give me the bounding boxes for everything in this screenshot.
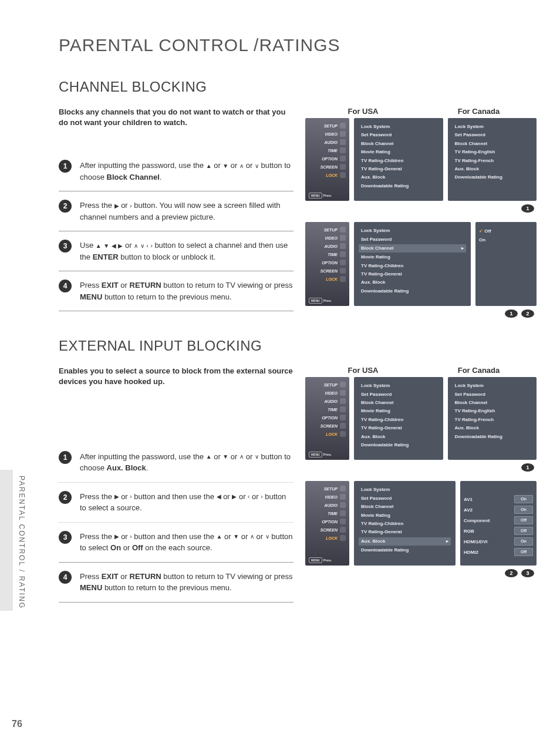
down-arrow-icon: ▼ [222,163,228,169]
p: Downloadable Rating [359,287,466,295]
t: After inputting the password, use the [80,452,206,461]
t: or [119,201,130,210]
p: TV Rating-General [359,528,451,536]
refs-12: 1 2 [305,309,534,318]
section-title-channel-blocking: CHANNEL BLOCKING [59,79,537,95]
step-bullet-1: 1 [59,160,72,173]
step-bullet-1: 1 [59,451,72,464]
osd-sidebar: SETUP VIDEO AUDIO TIME OPTION SCREEN LOC… [305,222,349,306]
step-3: 3 Use ▲ ▼ ◀ ▶ or ∧ ∨ ‹ › button to selec… [59,231,294,271]
t: Press the [80,201,114,210]
p: Aux. Block [453,424,532,432]
lock-icon [340,172,346,178]
t: Off [132,543,143,552]
lock-panel-usa-2: Lock System Set Password Block Channel M… [354,377,443,460]
p: TV Rating-Children [359,262,466,270]
aux-row: HDMI1/DVIOn [464,537,533,546]
aux-row: ComponentOff [464,516,533,524]
menu-chip: MENU [309,557,322,563]
t: or [221,492,232,501]
submenu-arrow-icon: ▸ [461,244,464,253]
step2-3-text: Press the ▶ or › button and then use the… [80,531,294,554]
time-icon [340,510,346,516]
p: Set Password [453,391,532,399]
sb-time: TIME [309,250,346,258]
aux-state: On [514,495,533,503]
prev-text: Prev. [323,558,332,561]
p: Downloadable Rating [359,441,438,449]
section1-columns: Blocks any channels that you do not want… [35,107,537,327]
step-bullet-3: 3 [59,240,72,253]
right-arrow-icon: ▶ [114,494,119,500]
label-canada: For Canada [421,366,537,375]
down-arrow-icon: ▼ [222,454,228,460]
p: TV Rating-English [453,148,532,156]
spacer [35,411,294,443]
sb-prev: MENUPrev. [309,298,332,304]
step2-3: 3 Press the ▶ or › button and then use t… [59,523,294,563]
p: TV Rating-General [359,165,438,173]
page-number: 76 [12,719,22,729]
caret-down-icon: ∨ [255,454,259,460]
p: TV Rating-French [453,157,532,165]
aux-state: Off [514,548,533,556]
t: Press [80,572,102,581]
p: Movie Rating [359,253,466,261]
t: button to return to the previous menu. [102,292,231,301]
menu-row-1: SETUP VIDEO AUDIO TIME OPTION SCREEN LOC… [305,118,537,201]
sb-audio: AUDIO [309,397,346,405]
prev-text: Prev. [323,299,332,302]
t: On [110,543,121,552]
region-labels-2: For USA For Canada [305,366,537,375]
sb-setup: SETUP [309,381,346,389]
sb-prev: MENUPrev. [309,557,332,563]
sb-screen: SCREEN [309,267,346,275]
ref-3: 3 [521,569,534,577]
aux-label: HDMI1/DVI [464,539,511,544]
video-icon [340,131,346,137]
p: Lock System [453,382,532,390]
p: Block Channel [359,503,451,511]
aux-label: AV1 [464,497,511,502]
step2-4-text: Press EXIT or RETURN button to return to… [80,571,294,594]
step-2: 2 Press the ▶ or › button. You will now … [59,191,294,231]
audio-icon [340,243,346,249]
screen-icon [340,268,346,274]
sb-setup: SETUP [309,484,346,493]
step-1-text: After inputting the password, use the ▲ … [80,160,294,183]
sb-option: OPTION [309,154,346,163]
down-arrow-icon: ▼ [103,243,109,249]
up-arrow-icon: ▲ [206,454,212,460]
p: Lock System [359,227,466,235]
p: Block Channel [453,399,532,407]
label-canada: For Canada [421,107,537,116]
p: Lock System [359,123,438,131]
osd-sidebar: SETUP VIDEO AUDIO TIME OPTION SCREEN LOC… [305,118,349,201]
p: Downloadable Rating [453,173,532,181]
p: Set Password [359,494,451,503]
ref-1: 1 [505,309,518,318]
menu-chip: MENU [309,298,322,304]
up-arrow-icon: ▲ [217,534,222,540]
aux-row: RGBOff [464,527,533,535]
t: or [254,532,265,541]
p: TV Rating-Children [359,520,451,528]
p: Downloadable Rating [359,546,451,554]
step-bullet-2: 2 [59,200,72,213]
setup-icon [340,123,346,129]
sb-video: VIDEO [309,130,346,138]
t: or [119,532,130,541]
t: Block Channel [361,244,394,253]
t: or [121,543,132,552]
lock-panel-aux-block: Lock System Set Password Block Channel M… [354,481,456,565]
p: TV Rating-General [359,424,438,432]
menu-chip: MENU [309,193,322,198]
sb-setup: SETUP [309,122,346,130]
audio-icon [340,502,346,508]
t: MENU [80,292,102,301]
label-usa: For USA [305,107,421,116]
t: or [123,241,134,250]
side-tab-marker [0,470,13,611]
right-arrow-icon: ▶ [114,203,119,209]
menu-row-2: SETUP VIDEO AUDIO TIME OPTION SCREEN LOC… [305,222,537,306]
